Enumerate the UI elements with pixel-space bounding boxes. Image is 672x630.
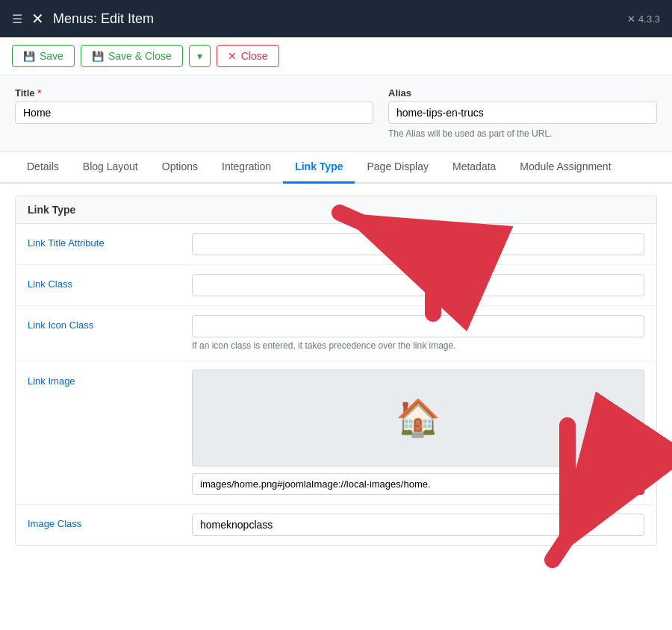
- link-title-attribute-control: [192, 233, 644, 255]
- image-class-input[interactable]: [192, 514, 644, 536]
- link-icon-class-hint: If an icon class is entered, it takes pr…: [192, 340, 644, 351]
- hamburger-icon[interactable]: ☰: [12, 12, 22, 26]
- page-header: ☰ ✕ Menus: Edit Item ✕ 4.3.3: [0, 0, 672, 37]
- alias-input[interactable]: [388, 102, 657, 124]
- field-link-title-attribute: Link Title Attribute: [16, 224, 656, 265]
- alias-label: Alias: [388, 87, 657, 99]
- close-button[interactable]: ✕ Close: [217, 45, 279, 67]
- tab-module-assignment[interactable]: Module Assignment: [508, 152, 623, 184]
- save-close-button[interactable]: 💾 Save & Close: [81, 45, 183, 67]
- content-area: Link Type Link Title Attribute Link Clas…: [0, 196, 672, 561]
- tab-blog-layout[interactable]: Blog Layout: [71, 152, 150, 184]
- select-button[interactable]: Select: [567, 472, 616, 495]
- field-link-image: Link Image 🏠 Select ✕: [16, 361, 656, 505]
- link-image-control: 🏠 Select ✕: [192, 369, 644, 495]
- tab-page-display[interactable]: Page Display: [355, 152, 441, 184]
- toolbar: 💾 Save 💾 Save & Close ▾ ✕ Close: [0, 37, 672, 75]
- save-button[interactable]: 💾 Save: [12, 45, 75, 67]
- image-class-control: [192, 514, 644, 536]
- link-image-label: Link Image: [28, 369, 177, 387]
- link-class-input[interactable]: [192, 274, 644, 296]
- title-input[interactable]: [15, 102, 373, 124]
- header-title-group: ☰ ✕ Menus: Edit Item: [12, 10, 154, 28]
- tab-details[interactable]: Details: [15, 152, 71, 184]
- top-form: Title * Alias The Alias will be used as …: [0, 75, 672, 152]
- page-title: Menus: Edit Item: [53, 11, 154, 27]
- tab-link-type[interactable]: Link Type: [283, 152, 355, 184]
- home-icon: 🏠: [396, 397, 441, 439]
- image-input-row: Select ✕: [192, 472, 644, 495]
- tab-metadata[interactable]: Metadata: [441, 152, 508, 184]
- title-group: Title *: [15, 87, 373, 124]
- link-icon-class-input[interactable]: [192, 315, 644, 337]
- alias-group: Alias The Alias will be used as part of …: [388, 87, 657, 139]
- remove-image-button[interactable]: ✕: [619, 472, 644, 495]
- field-link-icon-class: Link Icon Class If an icon class is ente…: [16, 306, 656, 361]
- close-icon: ✕: [228, 50, 237, 62]
- link-class-label: Link Class: [28, 274, 177, 290]
- section-header: Link Type: [16, 196, 656, 224]
- chevron-down-icon: ▾: [197, 50, 202, 62]
- link-class-control: [192, 274, 644, 296]
- save-icon: 💾: [23, 51, 35, 62]
- tab-integration[interactable]: Integration: [210, 152, 283, 184]
- image-preview: 🏠: [192, 369, 644, 467]
- dropdown-button[interactable]: ▾: [189, 45, 211, 67]
- link-title-attribute-input[interactable]: [192, 233, 644, 255]
- version-badge: ✕ 4.3.3: [627, 13, 660, 25]
- field-link-class: Link Class: [16, 265, 656, 306]
- tabs-bar: Details Blog Layout Options Integration …: [0, 152, 672, 184]
- image-path-input[interactable]: [192, 473, 564, 495]
- tab-options[interactable]: Options: [150, 152, 210, 184]
- joomla-logo-icon: ✕: [31, 10, 44, 28]
- link-icon-class-label: Link Icon Class: [28, 315, 177, 331]
- field-image-class: Image Class: [16, 505, 656, 545]
- alias-hint: The Alias will be used as part of the UR…: [388, 128, 657, 139]
- image-class-label: Image Class: [28, 514, 177, 529]
- link-icon-class-control: If an icon class is entered, it takes pr…: [192, 315, 644, 351]
- title-label: Title *: [15, 87, 373, 99]
- link-title-attribute-label: Link Title Attribute: [28, 233, 177, 249]
- save-close-icon: 💾: [92, 51, 104, 62]
- link-type-section: Link Type Link Title Attribute Link Clas…: [15, 196, 657, 546]
